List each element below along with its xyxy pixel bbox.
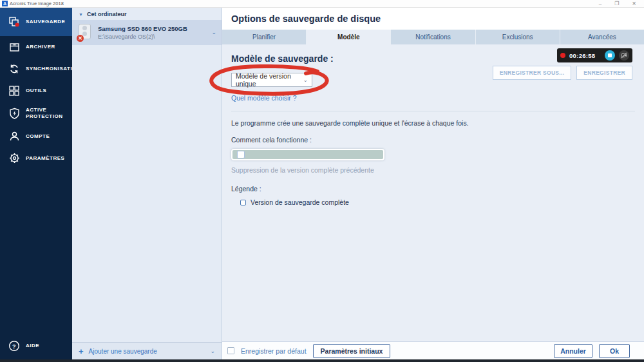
recording-dot-icon (560, 53, 565, 58)
full-backup-square-icon (237, 151, 245, 158)
group-header-label: Cet ordinateur (87, 11, 127, 17)
tab-modele[interactable]: Modèle (307, 30, 391, 44)
sidebar-item-label: AIDE (26, 343, 39, 349)
sidebar-item-parametres[interactable]: PARAMÈTRES (0, 148, 72, 169)
diagram-caption: Suppression de la version complète précé… (231, 166, 635, 174)
divider (231, 111, 635, 111)
scheme-dropdown[interactable]: Modèle de version unique ⌄ (231, 73, 312, 87)
sidebar-item-label: SAUVEGARDE (26, 19, 65, 25)
window-title: Acronis True Image 2018 (10, 1, 599, 6)
svg-text:?: ? (12, 343, 16, 350)
save-as-button[interactable]: ENREGISTRER SOUS... (493, 66, 572, 80)
sidebar: SAUVEGARDE ARCHIVER SYNCHRONISATION OUTI… (0, 8, 72, 359)
save-button[interactable]: ENREGISTRER (576, 66, 632, 80)
ok-button[interactable]: Ok (599, 344, 630, 358)
legend-label: Légende : (231, 185, 635, 193)
tab-content: 00:26:58 ENREGISTRER SOUS... ENREGISTRER… (222, 44, 644, 341)
initial-settings-button[interactable]: Paramètres initiaux (313, 344, 391, 358)
sidebar-item-sauvegarde[interactable]: SAUVEGARDE (0, 8, 72, 36)
legend-item-label: Version de sauvegarde complète (251, 198, 349, 206)
tab-planifier[interactable]: Planifier (222, 30, 307, 44)
backup-list-panel: ▼ Cet ordinateur ✕ Samsung SSD 860 EVO 2… (72, 8, 222, 359)
chevron-down-icon: ⌄ (303, 77, 308, 83)
sidebar-item-synchronisation[interactable]: SYNCHRONISATION (0, 58, 72, 80)
add-backup-button[interactable]: + Ajouter une sauvegarde ⌄ (72, 342, 222, 359)
tools-grid-icon (8, 85, 20, 97)
webcam-off-button[interactable] (619, 50, 629, 61)
page-title: Options de sauvegarde de disque (222, 8, 644, 30)
sidebar-item-label: ARCHIVER (26, 44, 55, 50)
error-badge-icon: ✕ (77, 35, 84, 42)
screen-recorder-overlay: 00:26:58 (557, 48, 632, 62)
tab-notifications[interactable]: Notifications (391, 30, 475, 44)
minimize-button[interactable]: – (599, 1, 601, 7)
sidebar-item-outils[interactable]: OUTILS (0, 80, 72, 102)
close-button[interactable]: ✕ (632, 1, 636, 7)
sidebar-item-active-protection[interactable]: ACTIVE PROTECTION (0, 102, 72, 126)
gear-icon (8, 153, 20, 164)
sidebar-item-compte[interactable]: COMPTE (0, 126, 72, 148)
how-it-works-label: Comment cela fonctionne : (231, 136, 635, 144)
help-icon: ? (8, 340, 20, 352)
chevron-down-icon[interactable]: ⌄ (211, 29, 216, 35)
legend-item: Version de sauvegarde complète (240, 198, 635, 206)
tab-avancees[interactable]: Avancées (560, 30, 644, 44)
cancel-button[interactable]: Annuler (554, 344, 592, 358)
collapse-triangle-icon: ▼ (79, 12, 83, 17)
which-scheme-link[interactable]: Quel modèle choisir ? (231, 94, 297, 102)
main-panel: Options de sauvegarde de disque Planifie… (222, 8, 644, 359)
backup-icon (8, 16, 20, 28)
backup-item-title: Samsung SSD 860 EVO 250GB (98, 25, 206, 32)
archive-icon (8, 41, 20, 53)
acronis-logo-icon: A (2, 1, 8, 6)
sidebar-item-label: PARAMÈTRES (26, 155, 64, 162)
scheme-dropdown-value: Modèle de version unique (236, 72, 303, 88)
full-backup-legend-icon (240, 200, 246, 205)
add-backup-label: Ajouter une sauvegarde (89, 348, 205, 355)
sidebar-item-label: COMPTE (26, 133, 50, 140)
scheme-diagram (231, 149, 384, 160)
maximize-button[interactable]: ❐ (614, 1, 619, 7)
plus-icon: + (79, 347, 84, 356)
chevron-down-icon[interactable]: ⌄ (210, 348, 215, 354)
save-default-checkbox[interactable] (227, 347, 234, 354)
sync-icon (8, 63, 20, 75)
sidebar-item-archiver[interactable]: ARCHIVER (0, 36, 72, 58)
backup-group-header[interactable]: ▼ Cet ordinateur (72, 8, 222, 20)
window-bottom-edge (0, 359, 644, 362)
shield-icon (8, 108, 20, 119)
drive-icon: ✕ (77, 24, 93, 41)
stop-recording-button[interactable] (605, 50, 615, 61)
app-window: A Acronis True Image 2018 – ❐ ✕ SAUVEGAR… (0, 0, 644, 362)
tab-exclusions[interactable]: Exclusions (476, 30, 560, 44)
footer-bar: Enregistrer par défaut Paramètres initia… (222, 341, 644, 359)
webcam-off-icon (621, 52, 627, 59)
sidebar-item-label: ACTIVE PROTECTION (26, 107, 68, 120)
backup-item-path: E:\Sauvegarde OS(2)\ (98, 33, 206, 40)
title-bar: A Acronis True Image 2018 – ❐ ✕ (0, 0, 644, 8)
scheme-description: Le programme crée une sauvegarde complèt… (231, 119, 635, 127)
save-buttons-group: ENREGISTRER SOUS... ENREGISTRER (493, 66, 632, 80)
options-tabs: Planifier Modèle Notifications Exclusion… (222, 30, 644, 44)
account-icon (8, 131, 20, 142)
recording-timer: 00:26:58 (569, 52, 601, 59)
sidebar-item-aide[interactable]: ? AIDE (0, 335, 72, 357)
save-default-label[interactable]: Enregistrer par défaut (241, 347, 307, 355)
sidebar-item-label: OUTILS (26, 88, 46, 94)
backup-item-samsung-ssd[interactable]: ✕ Samsung SSD 860 EVO 250GB E:\Sauvegard… (72, 20, 222, 45)
